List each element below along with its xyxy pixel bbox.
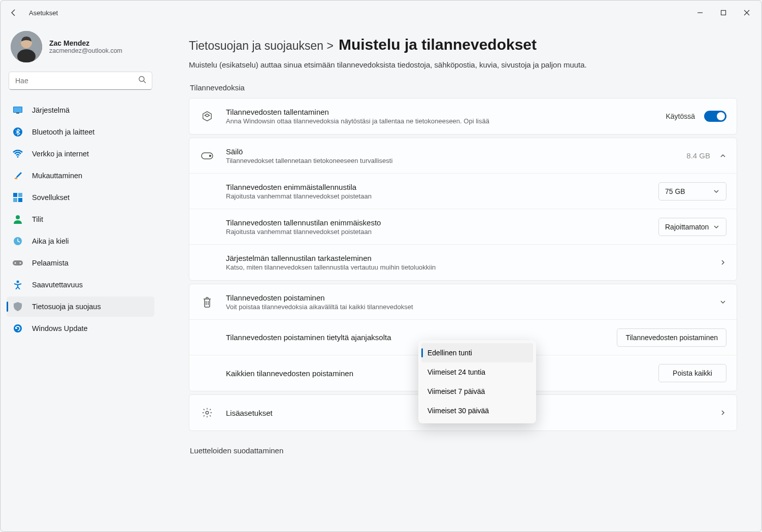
update-icon [13,323,23,334]
svg-rect-18 [18,198,22,202]
sidebar-item-apps[interactable]: Sovellukset [7,187,154,208]
row-delete-snapshots[interactable]: Tilannevedosten poistaminen Voit poistaa… [189,284,737,320]
page-description: Muistelu (esikatselu) auttaa sinua etsim… [189,60,737,69]
titlebar: Asetukset [1,1,761,25]
search-input[interactable] [9,72,152,90]
svg-point-25 [14,324,22,332]
svg-rect-15 [13,193,17,197]
dropdown-item-last-24h[interactable]: Viimeiset 24 tuntia [421,362,533,382]
dropdown-item-last-hour[interactable]: Edellinen tunti [421,343,533,362]
breadcrumb-parent[interactable]: Tietosuojan ja suojauksen > [189,39,334,53]
chevron-down-icon [719,298,726,306]
delete-range-button[interactable]: Tilannevedosten poistaminen [617,328,726,347]
storage-icon [201,152,214,159]
row-subtitle: Voit poistaa tilannevedoksia aikaväliltä… [226,303,719,311]
nav-label: Windows Update [32,324,88,332]
svg-rect-11 [16,113,19,114]
maximize-button[interactable] [712,3,735,23]
svg-line-8 [144,81,146,83]
close-button[interactable] [735,3,758,23]
delete-all-button[interactable]: Poista kaikki [658,364,726,382]
select-value: Rajoittamaton [665,223,709,231]
section-snapshots-label: Tilannevedoksia [190,83,737,92]
sidebar: Zac Mendez zacmendez@outlook.com Järjest… [1,25,160,531]
sidebar-item-network[interactable]: Verkko ja internet [7,144,154,164]
svg-point-22 [15,262,16,264]
sidebar-item-personalization[interactable]: Mukauttaminen [7,165,154,186]
max-storage-select[interactable]: 75 GB [658,182,726,201]
nav-label: Bluetooth ja laitteet [32,128,94,136]
svg-point-27 [210,155,211,156]
sidebar-item-accounts[interactable]: Tilit [7,209,154,229]
bluetooth-icon [13,127,23,137]
time-range-dropdown: Edellinen tunti Viimeiset 24 tuntia Viim… [418,340,536,423]
shield-icon [13,302,23,312]
toggle-label: Käytössä [666,112,695,120]
sidebar-item-privacy[interactable]: Tietosuoja ja suojaus [7,296,154,317]
nav-list: Järjestelmä Bluetooth ja laitteet Verkko… [7,100,154,340]
sidebar-item-gaming[interactable]: Pelaamista [7,253,154,273]
accessibility-icon [13,280,23,290]
sidebar-item-system[interactable]: Järjestelmä [7,100,154,120]
breadcrumb: Tietosuojan ja suojauksen > Muistelu ja … [189,36,737,53]
row-title: Tilannevedosten poistaminen [226,293,719,302]
row-title: Säilö [226,147,686,156]
svg-point-19 [16,215,20,219]
row-subtitle: Rajoitusta vanhemmat tilannevedokset poi… [226,228,658,236]
dropdown-item-last-30d[interactable]: Viimeiset 30 päivää [421,401,533,420]
svg-rect-1 [721,11,726,15]
dropdown-item-last-7d[interactable]: Viimeiset 7 päivää [421,382,533,401]
person-icon [13,214,23,224]
svg-rect-17 [13,198,17,202]
back-arrow-icon [10,9,18,17]
row-subtitle: Anna Windowsin ottaa tilannevedoksia näy… [226,117,666,125]
max-duration-select[interactable]: Rajoittamaton [658,218,726,236]
svg-point-7 [139,77,144,82]
maximize-icon [720,10,726,16]
apps-icon [13,192,23,203]
row-view-storage[interactable]: Järjestelmän tallennustilan tarkastelemi… [189,245,737,280]
page-title: Muistelu ja tilannevedokset [339,36,537,53]
sidebar-item-time[interactable]: Aika ja kieli [7,231,154,251]
profile-email: zacmendez@outlook.com [49,47,122,54]
chevron-right-icon [719,409,726,416]
nav-label: Saavutettavuus [32,281,83,289]
section-filter-label: Luetteloiden suodattaminen [190,446,737,455]
profile-block[interactable]: Zac Mendez zacmendez@outlook.com [7,25,154,72]
row-max-storage: Tilannevedosten enimmäistallennustila Ra… [189,174,737,209]
svg-rect-16 [18,193,22,197]
sidebar-item-update[interactable]: Windows Update [7,318,154,339]
svg-point-13 [17,156,19,158]
clock-icon [13,236,23,246]
row-storage[interactable]: Säilö Tilannevedokset tallennetaan tieto… [189,138,737,174]
save-snapshots-toggle[interactable] [704,111,726,122]
svg-point-24 [17,281,19,283]
gamepad-icon [13,258,23,268]
svg-point-23 [20,262,21,264]
trash-icon [201,296,214,308]
row-subtitle: Katso, miten tilannevedoksen tallennusti… [226,263,719,271]
svg-point-28 [206,411,209,414]
chevron-down-icon [713,188,720,195]
row-subtitle: Tilannevedokset tallennetaan tietokonees… [226,157,686,164]
search-box [9,72,152,90]
brush-icon [13,171,23,181]
nav-label: Pelaamista [32,259,69,267]
svg-rect-14 [15,178,17,179]
nav-label: Tilit [32,215,43,223]
sidebar-item-accessibility[interactable]: Saavutettavuus [7,275,154,295]
back-button[interactable] [4,3,24,23]
minimize-button[interactable] [688,3,712,23]
avatar [11,31,42,62]
snapshot-icon [201,111,214,122]
row-title: Järjestelmän tallennustilan tarkastelemi… [226,254,719,262]
svg-rect-21 [13,260,23,265]
gear-icon [201,407,214,418]
storage-size: 8.4 GB [686,151,710,160]
row-subtitle: Rajoitusta vanhemmat tilannevedokset poi… [226,192,658,200]
nav-label: Sovellukset [32,193,70,202]
close-icon [744,10,750,16]
card-save-snapshots: Tilannevedosten tallentaminen Anna Windo… [189,98,737,135]
profile-name: Zac Mendez [49,39,122,47]
sidebar-item-bluetooth[interactable]: Bluetooth ja laitteet [7,122,154,142]
